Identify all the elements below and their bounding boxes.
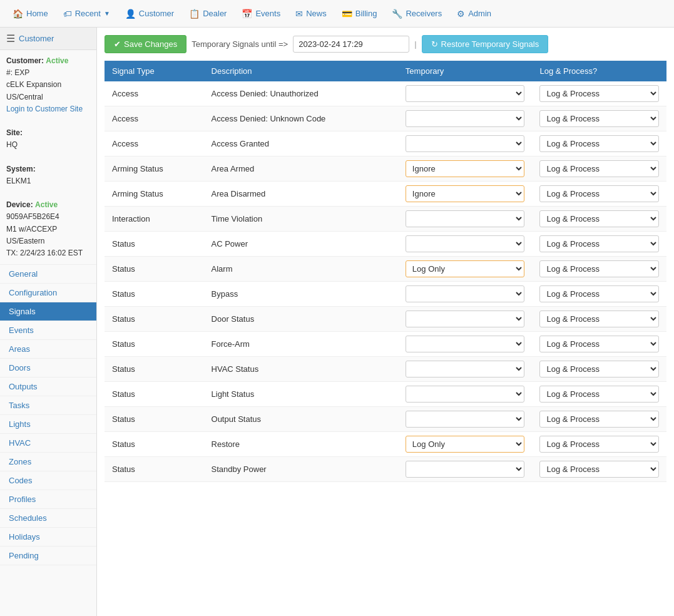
dealer-icon: 📋 [189, 9, 200, 19]
temporary-select[interactable]: IgnoreLog OnlyLog & Process [406, 160, 525, 177]
nav-recent[interactable]: 🏷 Recent ▼ [56, 3, 118, 25]
nav-news-label: News [306, 9, 327, 18]
sidebar-item-zones[interactable]: Zones [0, 453, 96, 471]
sidebar-item-pending[interactable]: Pending [0, 547, 96, 565]
log-process-select[interactable]: Log & ProcessLog OnlyProcess OnlyIgnore [539, 160, 659, 177]
cell-signal-type: Arming Status [105, 157, 204, 182]
cell-temporary: IgnoreLog OnlyLog & Process [398, 257, 533, 282]
device-model: M1 w/ACCEXP [6, 223, 90, 235]
temporary-select[interactable]: IgnoreLog OnlyLog & Process [406, 135, 525, 152]
cell-log-process: Log & ProcessLog OnlyProcess OnlyIgnore [532, 307, 666, 332]
temporary-select[interactable]: IgnoreLog OnlyLog & Process [406, 336, 525, 352]
temp-date-input[interactable] [293, 36, 409, 53]
nav-billing[interactable]: 💳 Billing [334, 3, 385, 25]
sidebar-item-hvac[interactable]: HVAC [0, 434, 96, 453]
cell-temporary: IgnoreLog OnlyLog & Process [398, 307, 533, 332]
log-process-select[interactable]: Log & ProcessLog OnlyProcess OnlyIgnore [539, 185, 659, 202]
log-process-select[interactable]: Log & ProcessLog OnlyProcess OnlyIgnore [539, 260, 659, 277]
nav-admin-label: Admin [468, 9, 491, 18]
nav-admin[interactable]: ⚙ Admin [449, 3, 499, 25]
temporary-select[interactable]: IgnoreLog OnlyLog & Process [406, 210, 525, 227]
cell-temporary: IgnoreLog OnlyLog & Process [398, 157, 533, 182]
customer-icon: 👤 [125, 9, 136, 19]
login-link[interactable]: Login to Customer Site [6, 105, 83, 113]
log-process-select[interactable]: Log & ProcessLog OnlyProcess OnlyIgnore [539, 461, 659, 478]
log-process-select[interactable]: Log & ProcessLog OnlyProcess OnlyIgnore [539, 436, 659, 453]
temporary-select[interactable]: IgnoreLog OnlyLog & Process [406, 260, 525, 277]
log-process-select[interactable]: Log & ProcessLog OnlyProcess OnlyIgnore [539, 135, 659, 152]
device-id: 9059AF5B26E4 [6, 211, 90, 223]
temporary-select[interactable]: IgnoreLog OnlyLog & Process [406, 311, 525, 327]
temporary-select[interactable]: IgnoreLog OnlyLog & Process [406, 411, 525, 428]
nav-home[interactable]: 🏠 Home [5, 3, 56, 25]
temporary-select[interactable]: IgnoreLog OnlyLog & Process [406, 436, 525, 453]
cell-temporary: IgnoreLog OnlyLog & Process [398, 282, 533, 307]
sidebar-header[interactable]: ☰ Customer [0, 28, 96, 50]
log-process-select[interactable]: Log & ProcessLog OnlyProcess OnlyIgnore [539, 110, 659, 127]
save-button[interactable]: ✔ Save Changes [105, 35, 186, 53]
sidebar-customer-button[interactable]: Customer [19, 34, 54, 43]
sidebar-item-codes[interactable]: Codes [0, 471, 96, 490]
log-process-select[interactable]: Log & ProcessLog OnlyProcess OnlyIgnore [539, 336, 659, 352]
sidebar-item-doors[interactable]: Doors [0, 359, 96, 377]
sidebar-item-profiles[interactable]: Profiles [0, 490, 96, 509]
customer-status: Active [46, 56, 68, 65]
sidebar-navigation: General Configuration Signals Events Are… [0, 265, 96, 565]
log-process-select[interactable]: Log & ProcessLog OnlyProcess OnlyIgnore [539, 361, 659, 377]
temporary-select[interactable]: IgnoreLog OnlyLog & Process [406, 386, 525, 403]
customer-label: Customer: [6, 56, 44, 65]
sidebar-item-configuration[interactable]: Configuration [0, 284, 96, 302]
sidebar-item-lights[interactable]: Lights [0, 415, 96, 434]
log-process-select[interactable]: Log & ProcessLog OnlyProcess OnlyIgnore [539, 386, 659, 403]
table-row: StatusLight StatusIgnoreLog OnlyLog & Pr… [105, 382, 666, 407]
sidebar-item-general[interactable]: General [0, 265, 96, 284]
cell-description: Bypass [204, 282, 398, 307]
nav-receivers[interactable]: 🔧 Receivers [384, 3, 449, 25]
cell-log-process: Log & ProcessLog OnlyProcess OnlyIgnore [532, 282, 666, 307]
log-process-select[interactable]: Log & ProcessLog OnlyProcess OnlyIgnore [539, 210, 659, 227]
temporary-select[interactable]: IgnoreLog OnlyLog & Process [406, 235, 525, 252]
temporary-select[interactable]: IgnoreLog OnlyLog & Process [406, 185, 525, 202]
cell-description: Output Status [204, 407, 398, 432]
nav-events[interactable]: 📅 Events [234, 3, 288, 25]
cell-log-process: Log & ProcessLog OnlyProcess OnlyIgnore [532, 131, 666, 157]
sidebar-item-tasks[interactable]: Tasks [0, 396, 96, 415]
temporary-select[interactable]: IgnoreLog OnlyLog & Process [406, 461, 525, 478]
nav-news[interactable]: ✉ News [288, 3, 334, 25]
sidebar-item-areas[interactable]: Areas [0, 340, 96, 359]
sidebar-item-signals[interactable]: Signals [0, 302, 96, 321]
cell-temporary: IgnoreLog OnlyLog & Process [398, 131, 533, 157]
cell-description: Area Armed [204, 157, 398, 182]
log-process-select[interactable]: Log & ProcessLog OnlyProcess OnlyIgnore [539, 85, 659, 102]
temporary-select[interactable]: IgnoreLog OnlyLog & Process [406, 361, 525, 377]
sidebar-item-schedules[interactable]: Schedules [0, 509, 96, 528]
cell-description: Force-Arm [204, 332, 398, 357]
restore-button[interactable]: ↻ Restore Temporary Signals [422, 35, 549, 53]
sidebar-item-outputs[interactable]: Outputs [0, 377, 96, 396]
table-row: StatusAC PowerIgnoreLog OnlyLog & Proces… [105, 232, 666, 257]
cell-log-process: Log & ProcessLog OnlyProcess OnlyIgnore [532, 232, 666, 257]
sidebar-item-events[interactable]: Events [0, 321, 96, 340]
temporary-select[interactable]: IgnoreLog OnlyLog & Process [406, 110, 525, 127]
cell-signal-type: Interaction [105, 207, 204, 232]
save-button-label: Save Changes [124, 39, 177, 49]
temporary-select[interactable]: IgnoreLog OnlyLog & Process [406, 85, 525, 102]
cell-log-process: Log & ProcessLog OnlyProcess OnlyIgnore [532, 207, 666, 232]
nav-dealer[interactable]: 📋 Dealer [181, 3, 234, 25]
nav-customer[interactable]: 👤 Customer [118, 3, 181, 25]
log-process-select[interactable]: Log & ProcessLog OnlyProcess OnlyIgnore [539, 411, 659, 428]
log-process-select[interactable]: Log & ProcessLog OnlyProcess OnlyIgnore [539, 235, 659, 252]
cell-signal-type: Arming Status [105, 182, 204, 207]
table-row: StatusOutput StatusIgnoreLog OnlyLog & P… [105, 407, 666, 432]
tag-icon: 🏷 [63, 9, 72, 19]
table-row: StatusHVAC StatusIgnoreLog OnlyLog & Pro… [105, 357, 666, 382]
temporary-select[interactable]: IgnoreLog OnlyLog & Process [406, 285, 525, 302]
system-name: ELKM1 [6, 175, 90, 187]
log-process-select[interactable]: Log & ProcessLog OnlyProcess OnlyIgnore [539, 285, 659, 302]
cell-temporary: IgnoreLog OnlyLog & Process [398, 106, 533, 131]
log-process-select[interactable]: Log & ProcessLog OnlyProcess OnlyIgnore [539, 311, 659, 327]
toolbar-separator: | [414, 39, 416, 49]
sidebar-customer-info: Customer: Active #: EXP cELK Expansion U… [0, 50, 96, 265]
nav-home-label: Home [26, 9, 48, 18]
sidebar-item-holidays[interactable]: Holidays [0, 528, 96, 547]
